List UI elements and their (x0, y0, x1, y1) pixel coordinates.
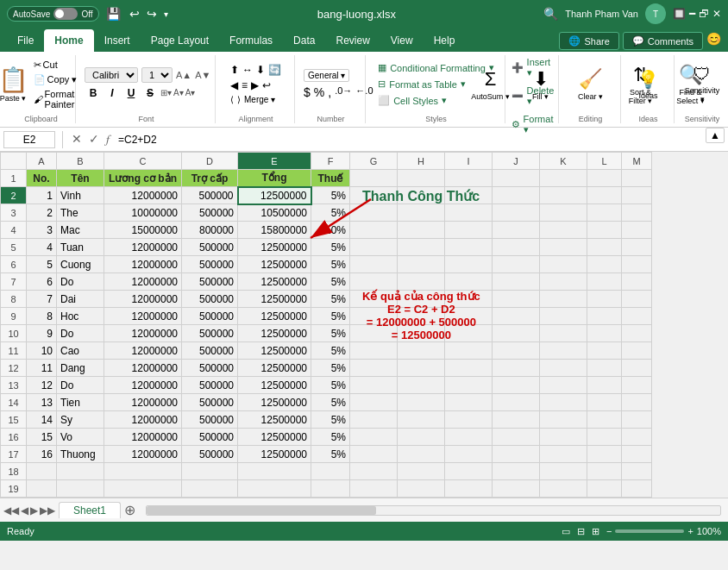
cell-18-6[interactable] (350, 463, 398, 480)
cell-j3[interactable] (493, 204, 540, 222)
undo-dropdown[interactable]: ▾ (162, 8, 170, 21)
user-avatar[interactable]: T (645, 3, 666, 24)
cell-h16[interactable] (398, 429, 445, 446)
cell-b8[interactable]: Dai (57, 291, 104, 308)
tab-home[interactable]: Home (44, 29, 93, 52)
cell-k7[interactable] (540, 273, 587, 291)
tab-page-layout[interactable]: Page Layout (141, 29, 219, 52)
cell-a2[interactable]: 1 (27, 187, 57, 204)
border-button[interactable]: ⊞▾ (160, 88, 172, 97)
cell-a9[interactable]: 8 (27, 308, 57, 325)
cell-18-9[interactable] (493, 463, 540, 480)
cell-i15[interactable] (445, 411, 493, 429)
cell-k9[interactable] (540, 308, 587, 325)
cell-m1[interactable] (622, 170, 652, 187)
cell-d17[interactable]: 500000 (182, 446, 238, 463)
cell-m8[interactable] (622, 291, 652, 308)
view-page-layout-icon[interactable]: ⊟ (577, 526, 585, 537)
cell-m17[interactable] (622, 446, 652, 463)
cell-i8[interactable] (445, 291, 493, 308)
feedback-icon[interactable]: 😊 (706, 32, 721, 50)
cell-f4[interactable]: 10% (311, 222, 350, 239)
cell-f14[interactable]: 5% (311, 394, 350, 411)
cell-k8[interactable] (540, 291, 587, 308)
zoom-in-button[interactable]: + (687, 526, 693, 536)
cell-c3[interactable]: 10000000 (104, 204, 182, 222)
underline-button[interactable]: U (122, 85, 140, 102)
cell-f11[interactable]: 5% (311, 342, 350, 360)
cell-g10[interactable] (350, 325, 398, 342)
cell-18-2[interactable] (104, 463, 182, 480)
cell-18-10[interactable] (540, 463, 587, 480)
comments-button[interactable]: 💬 Comments (623, 32, 703, 50)
wrap-text-button[interactable]: ↩ (262, 79, 271, 91)
tab-file[interactable]: File (7, 29, 44, 52)
cell-l15[interactable] (587, 411, 622, 429)
cancel-formula-button[interactable]: ✕ (70, 130, 84, 148)
italic-button[interactable]: I (104, 85, 121, 102)
cell-i10[interactable] (445, 325, 493, 342)
tab-review[interactable]: Review (325, 29, 380, 52)
cell-m10[interactable] (622, 325, 652, 342)
cell-f2[interactable]: 5% (311, 187, 350, 204)
cell-k1[interactable] (540, 170, 587, 187)
cell-f7[interactable]: 5% (311, 273, 350, 291)
cell-g1[interactable] (350, 170, 398, 187)
col-header-c[interactable]: C (104, 153, 182, 170)
cell-c13[interactable]: 12000000 (104, 377, 182, 394)
cell-e12[interactable]: 12500000 (238, 360, 311, 377)
cell-i17[interactable] (445, 446, 493, 463)
autosave-toggle-switch[interactable] (53, 8, 78, 20)
cell-g12[interactable] (350, 360, 398, 377)
tab-help[interactable]: Help (424, 29, 466, 52)
cell-l8[interactable] (587, 291, 622, 308)
cell-m16[interactable] (622, 429, 652, 446)
autosave-toggle[interactable]: AutoSave Off (7, 6, 99, 22)
comma-button[interactable]: , (328, 85, 331, 99)
cell-a4[interactable]: 3 (27, 222, 57, 239)
redo-button[interactable]: ↪ (145, 5, 159, 22)
cell-h13[interactable] (398, 377, 445, 394)
cell-j10[interactable] (493, 325, 540, 342)
cell-b10[interactable]: Do (57, 325, 104, 342)
cell-f8[interactable]: 5% (311, 291, 350, 308)
sheet-nav-prev[interactable]: ◀ (21, 504, 28, 517)
cell-18-11[interactable] (587, 463, 622, 480)
cell-b12[interactable]: Dang (57, 360, 104, 377)
cell-l16[interactable] (587, 429, 622, 446)
cell-d9[interactable]: 500000 (182, 308, 238, 325)
cell-19-2[interactable] (104, 480, 182, 498)
cell-18-0[interactable] (27, 463, 57, 480)
cell-g9[interactable] (350, 308, 398, 325)
align-left-button[interactable]: ◀ (230, 79, 238, 91)
paste-button[interactable]: 📋 Paste ▾ (0, 63, 28, 106)
cell-k5[interactable] (540, 239, 587, 256)
cell-b5[interactable]: Tuan (57, 239, 104, 256)
cell-m14[interactable] (622, 394, 652, 411)
cell-d6[interactable]: 500000 (182, 256, 238, 273)
search-icon[interactable]: 🔍 (543, 7, 558, 21)
cell-b15[interactable]: Sy (57, 411, 104, 429)
cell-j15[interactable] (493, 411, 540, 429)
cell-k4[interactable] (540, 222, 587, 239)
align-top-button[interactable]: ⬆ (230, 64, 239, 76)
cell-d8[interactable]: 500000 (182, 291, 238, 308)
cell-c1[interactable]: Lương cơ bản (104, 170, 182, 187)
cell-g17[interactable] (350, 446, 398, 463)
cell-j2[interactable] (493, 187, 540, 204)
cell-a1[interactable]: No. (27, 170, 57, 187)
cell-b2[interactable]: Vinh (57, 187, 104, 204)
number-format-select[interactable]: General ▾ (304, 69, 349, 82)
cell-l14[interactable] (587, 394, 622, 411)
cell-a11[interactable]: 10 (27, 342, 57, 360)
cell-a3[interactable]: 2 (27, 204, 57, 222)
cell-19-8[interactable] (445, 480, 493, 498)
cell-j9[interactable] (493, 308, 540, 325)
cell-b11[interactable]: Cao (57, 342, 104, 360)
cell-j11[interactable] (493, 342, 540, 360)
cell-d1[interactable]: Trợ cấp (182, 170, 238, 187)
cell-19-3[interactable] (182, 480, 238, 498)
ribbon-collapse-icon[interactable]: 🔲 (673, 8, 686, 20)
cell-e4[interactable]: 15800000 (238, 222, 311, 239)
cell-j1[interactable] (493, 170, 540, 187)
